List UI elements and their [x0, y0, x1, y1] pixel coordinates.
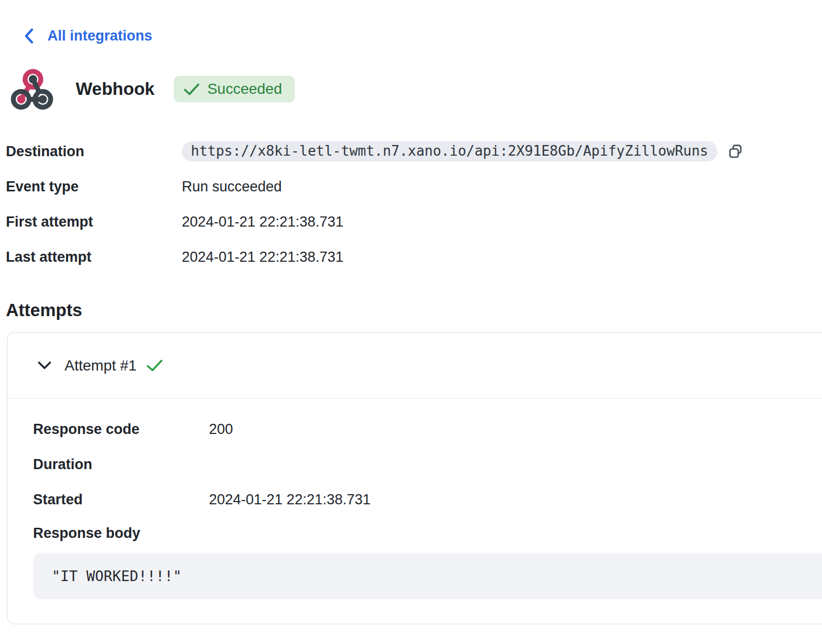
attempts-heading: Attempts [6, 300, 822, 320]
attempt-row-response-code: Response code 200 [33, 412, 822, 447]
back-to-integrations-link[interactable]: All integrations [25, 28, 152, 44]
webhook-logo-icon [7, 65, 57, 114]
attempt-card: Attempt #1 Response code 200 Duration St… [7, 332, 822, 624]
webhook-details: Destination https://x8ki-letl-twmt.n7.xa… [6, 134, 822, 275]
response-code-value: 200 [209, 421, 822, 438]
back-link-label: All integrations [47, 28, 152, 44]
event-type-label: Event type [6, 179, 182, 195]
response-body-row: Response body [33, 517, 822, 549]
event-type-value: Run succeeded [182, 179, 822, 195]
check-icon [183, 83, 200, 96]
chevron-down-icon [37, 361, 52, 370]
attempt-header-toggle[interactable]: Attempt #1 [7, 333, 822, 399]
attempt-success-check-icon [146, 359, 163, 372]
attempt-title: Attempt #1 [65, 357, 136, 374]
detail-row-last-attempt: Last attempt 2024-01-21 22:21:38.731 [6, 239, 822, 275]
first-attempt-value: 2024-01-21 22:21:38.731 [182, 214, 822, 230]
webhook-header: Webhook Succeeded [7, 65, 822, 114]
attempt-body: Response code 200 Duration Started 2024-… [7, 399, 822, 624]
detail-row-first-attempt: First attempt 2024-01-21 22:21:38.731 [6, 204, 822, 239]
page-title: Webhook [76, 79, 155, 99]
attempt-row-duration: Duration [33, 447, 822, 482]
destination-url-value: https://x8ki-letl-twmt.n7.xano.io/api:2X… [182, 141, 718, 162]
copy-button[interactable] [727, 143, 744, 159]
destination-label: Destination [6, 143, 182, 160]
started-value: 2024-01-21 22:21:38.731 [209, 492, 822, 508]
status-badge: Succeeded [174, 76, 295, 102]
chevron-left-icon [25, 28, 34, 44]
duration-label: Duration [33, 456, 209, 473]
last-attempt-label: Last attempt [6, 249, 182, 265]
response-body-label: Response body [33, 525, 140, 542]
detail-row-event-type: Event type Run succeeded [6, 169, 822, 204]
response-code-label: Response code [33, 421, 209, 438]
copy-icon [727, 143, 744, 159]
response-body-code-block: "IT WORKED!!!!" [33, 553, 822, 599]
detail-row-destination: Destination https://x8ki-letl-twmt.n7.xa… [6, 134, 822, 169]
attempt-row-started: Started 2024-01-21 22:21:38.731 [33, 482, 822, 517]
status-badge-label: Succeeded [207, 80, 282, 98]
started-label: Started [33, 492, 209, 508]
first-attempt-label: First attempt [6, 214, 182, 230]
last-attempt-value: 2024-01-21 22:21:38.731 [182, 249, 822, 265]
